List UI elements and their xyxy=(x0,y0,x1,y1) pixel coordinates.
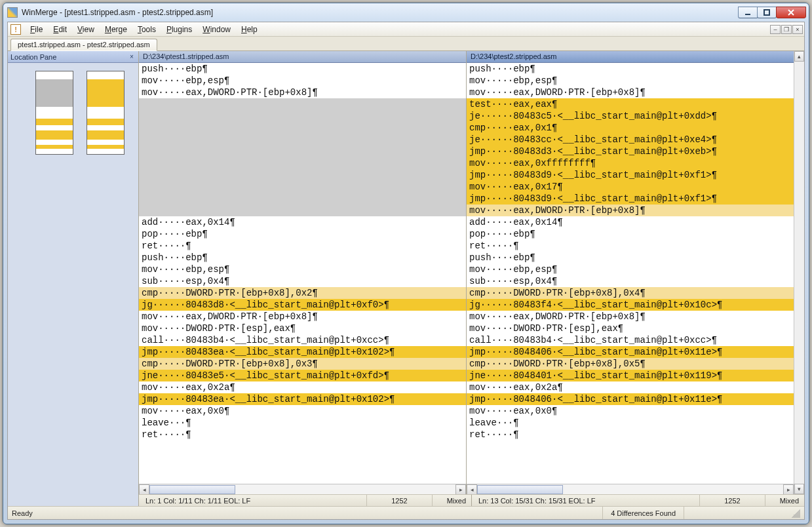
scroll-left-icon[interactable]: ◂ xyxy=(139,484,149,495)
code-line[interactable]: cmp·····DWORD·PTR·[ebp+0x8],0x3¶ xyxy=(139,358,466,370)
code-line[interactable]: jg······80483d8·<__libc_start_main@plt+0… xyxy=(139,299,466,311)
location-segment[interactable] xyxy=(87,119,124,125)
code-line[interactable]: jmp·····80483d9·<__libc_start_main@plt+0… xyxy=(467,193,794,205)
code-line[interactable]: mov·····ebp,esp¶ xyxy=(139,75,466,87)
code-line[interactable]: push····ebp¶ xyxy=(467,63,794,75)
code-line[interactable]: pop·····ebp¶ xyxy=(467,228,794,240)
location-segment[interactable] xyxy=(36,119,73,125)
code-line[interactable]: call····80483b4·<__libc_start_main@plt+0… xyxy=(139,334,466,346)
code-line[interactable]: jmp·····8048406·<__libc_start_main@plt+0… xyxy=(467,346,794,358)
location-map-left[interactable] xyxy=(35,71,73,155)
code-line[interactable]: mov·····eax,DWORD·PTR·[ebp+0x8]¶ xyxy=(467,205,794,216)
code-line[interactable]: push····ebp¶ xyxy=(139,252,466,264)
left-hscrollbar[interactable]: ◂ ▸ xyxy=(139,484,466,494)
code-line[interactable] xyxy=(139,146,466,157)
code-line[interactable] xyxy=(139,134,466,146)
scroll-right-icon[interactable]: ▸ xyxy=(783,484,794,495)
code-line[interactable]: mov·····eax,0x2a¶ xyxy=(467,381,794,393)
code-line[interactable]: cmp·····DWORD·PTR·[ebp+0x8],0x5¶ xyxy=(467,358,794,370)
code-line[interactable]: jmp·····80483d3·<__libc_start_main@plt+0… xyxy=(467,146,794,157)
code-line[interactable]: cmp·····eax,0x1¶ xyxy=(467,122,794,134)
code-line[interactable]: test····eax,eax¶ xyxy=(467,98,794,110)
code-line[interactable] xyxy=(139,157,466,169)
close-button[interactable] xyxy=(776,7,806,18)
location-segment[interactable] xyxy=(87,130,124,140)
mdi-minimize-button[interactable]: – xyxy=(770,25,781,34)
vscrollbar[interactable]: ▴ ▾ xyxy=(794,51,804,494)
code-line[interactable]: mov·····ebp,esp¶ xyxy=(139,264,466,275)
mdi-restore-button[interactable]: ❐ xyxy=(781,25,792,34)
left-code-view[interactable]: push····ebp¶mov·····ebp,esp¶mov·····eax,… xyxy=(139,63,466,484)
code-line[interactable]: cmp·····DWORD·PTR·[ebp+0x8],0x2¶ xyxy=(139,287,466,299)
menu-file[interactable]: File xyxy=(25,23,48,36)
menu-window[interactable]: Window xyxy=(197,23,236,36)
location-segment[interactable] xyxy=(36,145,73,149)
code-line[interactable] xyxy=(139,110,466,122)
code-line[interactable]: mov·····ebp,esp¶ xyxy=(467,75,794,87)
close-icon[interactable]: × xyxy=(128,53,136,61)
code-line[interactable]: pop·····ebp¶ xyxy=(139,228,466,240)
minimize-button[interactable] xyxy=(738,7,758,18)
menu-help[interactable]: Help xyxy=(236,23,263,36)
location-segment[interactable] xyxy=(36,130,73,140)
code-line[interactable]: mov·····eax,DWORD·PTR·[ebp+0x8]¶ xyxy=(467,311,794,322)
code-line[interactable]: mov·····eax,0x2a¶ xyxy=(139,381,466,393)
code-line[interactable]: mov·····eax,DWORD·PTR·[ebp+0x8]¶ xyxy=(467,87,794,98)
right-hscrollbar[interactable]: ◂ ▸ xyxy=(467,484,794,494)
code-line[interactable]: jmp·····80483ea·<__libc_start_main@plt+0… xyxy=(139,393,466,405)
right-code-view[interactable]: push····ebp¶mov·····ebp,esp¶mov·····eax,… xyxy=(467,63,794,484)
scrollbar-track[interactable] xyxy=(794,62,804,484)
code-line[interactable]: mov·····DWORD·PTR·[esp],eax¶ xyxy=(139,322,466,334)
code-line[interactable]: ret·····¶ xyxy=(467,240,794,252)
menu-edit[interactable]: Edit xyxy=(48,23,72,36)
code-line[interactable]: je······80483c5·<__libc_start_main@plt+0… xyxy=(467,110,794,122)
scroll-left-icon[interactable]: ◂ xyxy=(467,484,477,495)
code-line[interactable] xyxy=(139,122,466,134)
scrollbar-thumb[interactable] xyxy=(477,485,563,494)
code-line[interactable] xyxy=(139,169,466,181)
scroll-right-icon[interactable]: ▸ xyxy=(455,484,466,495)
scroll-up-icon[interactable]: ▴ xyxy=(794,51,804,62)
code-line[interactable]: sub·····esp,0x4¶ xyxy=(467,275,794,287)
code-line[interactable]: jmp·····80483d9·<__libc_start_main@plt+0… xyxy=(467,169,794,181)
code-line[interactable]: jg······80483f4·<__libc_start_main@plt+0… xyxy=(467,299,794,311)
code-line[interactable]: push····ebp¶ xyxy=(139,63,466,75)
code-line[interactable] xyxy=(139,181,466,193)
code-line[interactable] xyxy=(139,193,466,205)
location-pane-header[interactable]: Location Pane × xyxy=(8,51,138,63)
maximize-button[interactable] xyxy=(757,7,777,18)
code-line[interactable]: jne·····80483e5·<__libc_start_main@plt+0… xyxy=(139,370,466,381)
code-line[interactable]: call····80483b4·<__libc_start_main@plt+0… xyxy=(467,334,794,346)
code-line[interactable]: add·····eax,0x14¶ xyxy=(139,216,466,228)
code-line[interactable]: leave···¶ xyxy=(467,417,794,429)
code-line[interactable]: add·····eax,0x14¶ xyxy=(467,216,794,228)
scroll-down-icon[interactable]: ▾ xyxy=(794,484,804,494)
location-segment[interactable] xyxy=(87,145,124,149)
titlebar[interactable]: WinMerge - [ptest1.stripped.asm - ptest2… xyxy=(3,3,809,22)
code-line[interactable]: mov·····eax,0x0¶ xyxy=(467,405,794,417)
document-tab[interactable]: ptest1.stripped.asm - ptest2.stripped.as… xyxy=(10,39,157,51)
menu-plugins[interactable]: Plugins xyxy=(161,23,197,36)
location-map[interactable] xyxy=(8,63,138,506)
code-line[interactable]: mov·····eax,DWORD·PTR·[ebp+0x8]¶ xyxy=(139,311,466,322)
code-line[interactable]: ret·····¶ xyxy=(139,429,466,440)
code-line[interactable]: mov·····eax,0x0¶ xyxy=(139,405,466,417)
code-line[interactable]: mov·····eax,DWORD·PTR·[ebp+0x8]¶ xyxy=(139,87,466,98)
toolbar-new-icon[interactable]: ! xyxy=(10,24,21,35)
resize-grip-icon[interactable] xyxy=(791,509,800,518)
mdi-close-button[interactable]: × xyxy=(792,25,803,34)
code-line[interactable] xyxy=(139,205,466,216)
code-line[interactable]: leave···¶ xyxy=(139,417,466,429)
location-segment[interactable] xyxy=(87,79,124,107)
code-line[interactable]: mov·····ebp,esp¶ xyxy=(467,264,794,275)
location-segment[interactable] xyxy=(36,79,73,107)
menu-tools[interactable]: Tools xyxy=(132,23,161,36)
code-line[interactable]: jmp·····80483ea·<__libc_start_main@plt+0… xyxy=(139,346,466,358)
code-line[interactable]: mov·····eax,0xffffffff¶ xyxy=(467,157,794,169)
code-line[interactable]: jne·····8048401·<__libc_start_main@plt+0… xyxy=(467,370,794,381)
code-line[interactable]: ret·····¶ xyxy=(139,240,466,252)
code-line[interactable]: jmp·····8048406·<__libc_start_main@plt+0… xyxy=(467,393,794,405)
code-line[interactable] xyxy=(139,98,466,110)
code-line[interactable]: ret·····¶ xyxy=(467,429,794,440)
location-map-right[interactable] xyxy=(87,71,125,155)
